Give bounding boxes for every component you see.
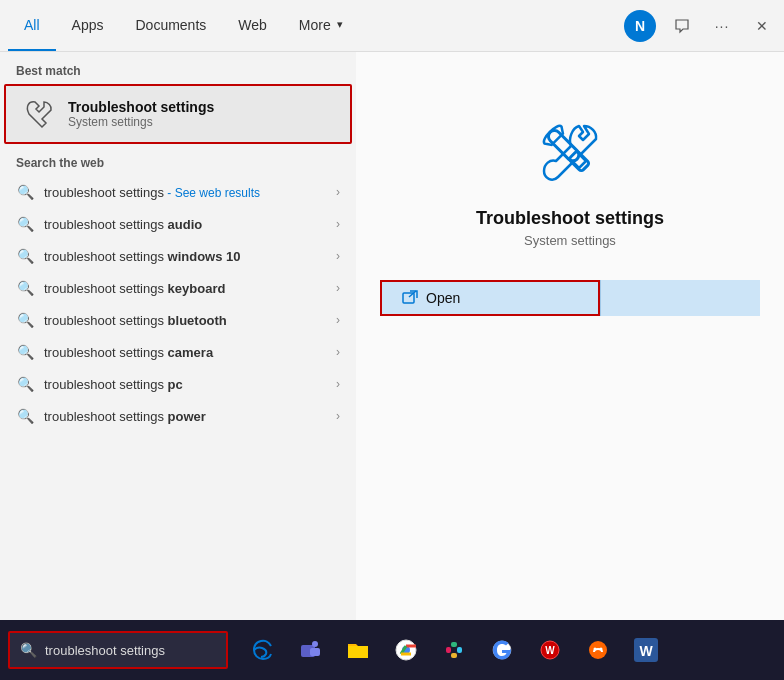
taskbar-chrome-icon[interactable] (384, 628, 428, 672)
search-icon: 🔍 (16, 216, 34, 232)
chevron-right-icon: › (336, 377, 340, 391)
taskbar-google-icon[interactable] (480, 628, 524, 672)
wrench-icon (22, 96, 58, 132)
search-icon: 🔍 (16, 376, 34, 392)
tab-more[interactable]: More ▾ (283, 0, 359, 51)
left-panel: Best match Troubleshoot settings System … (0, 52, 356, 620)
chevron-right-icon: › (336, 249, 340, 263)
search-web-label: Search the web (0, 144, 356, 176)
web-search-item[interactable]: 🔍 troubleshoot settings pc › (0, 368, 356, 400)
best-match-item[interactable]: Troubleshoot settings System settings (4, 84, 352, 144)
taskbar-edge-icon[interactable] (240, 628, 284, 672)
taskbar: 🔍 troubleshoot settings (0, 620, 784, 680)
chevron-down-icon: ▾ (337, 18, 343, 31)
web-search-left: 🔍 troubleshoot settings camera (16, 344, 213, 360)
open-button-extension (600, 280, 760, 316)
chevron-right-icon: › (336, 409, 340, 423)
search-icon: 🔍 (16, 248, 34, 264)
web-search-item[interactable]: 🔍 troubleshoot settings windows 10 › (0, 240, 356, 272)
tab-apps[interactable]: Apps (56, 0, 120, 51)
svg-point-16 (594, 648, 597, 651)
best-match-subtitle: System settings (68, 115, 214, 129)
feedback-icon[interactable] (668, 12, 696, 40)
svg-rect-10 (451, 642, 457, 647)
search-icon: 🔍 (16, 184, 34, 200)
chevron-right-icon: › (336, 185, 340, 199)
open-button[interactable]: Open (380, 280, 600, 316)
web-search-left: 🔍 troubleshoot settings pc (16, 376, 183, 392)
chevron-right-icon: › (336, 313, 340, 327)
best-match-text: Troubleshoot settings System settings (68, 99, 214, 129)
taskbar-teams-icon[interactable] (288, 628, 332, 672)
open-label: Open (426, 290, 460, 306)
svg-rect-9 (457, 647, 462, 653)
web-search-item[interactable]: 🔍 troubleshoot settings camera › (0, 336, 356, 368)
svg-text:W: W (545, 645, 555, 656)
taskbar-slack-icon[interactable] (432, 628, 476, 672)
best-match-label: Best match (0, 52, 356, 84)
app-subtitle: System settings (524, 233, 616, 248)
taskbar-explorer-icon[interactable] (336, 628, 380, 672)
search-icon: 🔍 (16, 408, 34, 424)
main-content: Best match Troubleshoot settings System … (0, 52, 784, 620)
tabs-right: N ··· ✕ (624, 10, 776, 42)
app-title: Troubleshoot settings (476, 208, 664, 229)
web-search-list: 🔍 troubleshoot settings - See web result… (0, 176, 356, 432)
svg-rect-11 (451, 653, 457, 658)
tabs-bar: All Apps Documents Web More ▾ N (0, 0, 784, 52)
open-button-row: Open (380, 280, 760, 316)
web-search-item[interactable]: 🔍 troubleshoot settings keyboard › (0, 272, 356, 304)
web-search-left: 🔍 troubleshoot settings windows 10 (16, 248, 241, 264)
close-icon[interactable]: ✕ (748, 12, 776, 40)
svg-point-17 (600, 648, 603, 651)
svg-rect-5 (310, 648, 320, 656)
taskbar-extra-icon[interactable] (576, 628, 620, 672)
web-search-left: 🔍 troubleshoot settings keyboard (16, 280, 225, 296)
taskbar-search-text: troubleshoot settings (45, 643, 165, 658)
web-search-left: 🔍 troubleshoot settings - See web result… (16, 184, 260, 200)
web-search-item[interactable]: 🔍 troubleshoot settings bluetooth › (0, 304, 356, 336)
tab-web[interactable]: Web (222, 0, 283, 51)
web-search-item[interactable]: 🔍 troubleshoot settings - See web result… (0, 176, 356, 208)
svg-point-4 (312, 641, 318, 647)
taskbar-word-icon[interactable]: W (624, 628, 668, 672)
chevron-right-icon: › (336, 345, 340, 359)
open-icon (402, 290, 418, 306)
search-icon: 🔍 (16, 344, 34, 360)
web-search-left: 🔍 troubleshoot settings bluetooth (16, 312, 227, 328)
chevron-right-icon: › (336, 281, 340, 295)
app-icon-large (530, 112, 610, 192)
best-match-title: Troubleshoot settings (68, 99, 214, 115)
web-search-item[interactable]: 🔍 troubleshoot settings audio › (0, 208, 356, 240)
search-icon: 🔍 (16, 312, 34, 328)
tab-documents[interactable]: Documents (119, 0, 222, 51)
chevron-right-icon: › (336, 217, 340, 231)
search-icon: 🔍 (16, 280, 34, 296)
taskbar-photo-icon[interactable]: W (528, 628, 572, 672)
more-options-icon[interactable]: ··· (708, 12, 736, 40)
svg-text:W: W (639, 643, 653, 659)
right-panel: Troubleshoot settings System settings Op… (356, 52, 784, 620)
user-avatar[interactable]: N (624, 10, 656, 42)
svg-rect-8 (446, 647, 451, 653)
web-search-item[interactable]: 🔍 troubleshoot settings power › (0, 400, 356, 432)
taskbar-search[interactable]: 🔍 troubleshoot settings (8, 631, 228, 669)
taskbar-search-icon: 🔍 (20, 642, 37, 658)
web-search-left: 🔍 troubleshoot settings power (16, 408, 206, 424)
search-window: All Apps Documents Web More ▾ N (0, 0, 784, 620)
web-search-left: 🔍 troubleshoot settings audio (16, 216, 202, 232)
tabs-left: All Apps Documents Web More ▾ (8, 0, 359, 51)
tab-all[interactable]: All (8, 0, 56, 51)
